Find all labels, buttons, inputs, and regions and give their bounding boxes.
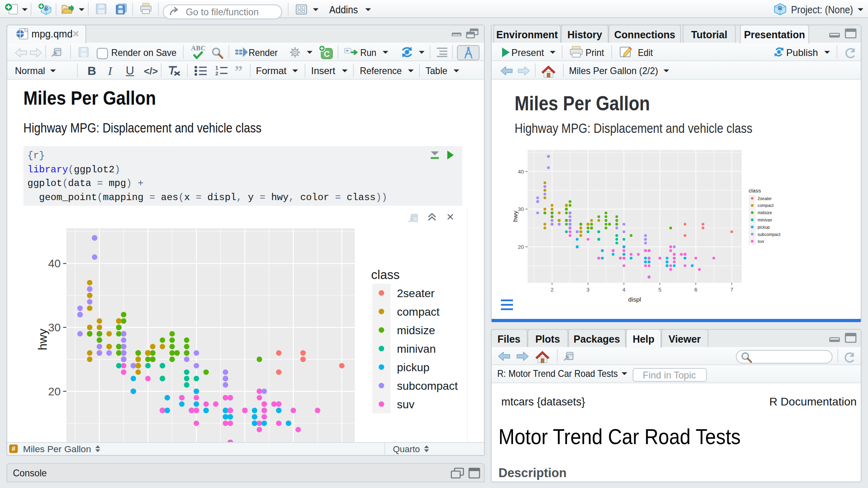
svg-text:40: 40 [48,257,60,270]
svg-text:ABC: ABC [191,45,206,52]
svg-text:30: 30 [48,321,60,334]
svg-text:displ: displ [628,296,641,303]
svg-text:5: 5 [658,287,662,293]
svg-text:hwy: hwy [36,329,49,350]
svg-text:compact: compact [758,203,774,208]
svg-text:pickup: pickup [758,225,770,230]
svg-text:suv: suv [397,398,415,411]
svg-text:20: 20 [48,385,60,398]
svg-text:2seater: 2seater [758,196,772,201]
svg-text:6: 6 [694,287,698,293]
svg-text:subcompact: subcompact [397,380,458,392]
svg-text:2seater: 2seater [397,287,434,300]
svg-text:class: class [371,268,400,282]
svg-text:hwy: hwy [512,211,519,222]
svg-text:subcompact: subcompact [758,232,781,237]
svg-text:7: 7 [730,287,733,293]
svg-text:2: 2 [216,71,218,76]
svg-text:class: class [749,188,761,194]
svg-text:compact: compact [397,306,440,318]
svg-text:20: 20 [518,244,524,250]
svg-text:R: R [44,6,48,12]
svg-text:2: 2 [550,287,554,293]
svg-text:midsize: midsize [758,210,772,215]
svg-text:40: 40 [518,169,524,175]
svg-text:4: 4 [623,287,626,293]
svg-text:minivan: minivan [397,343,436,355]
svg-text:suv: suv [758,239,764,244]
svg-text:R: R [778,5,783,11]
svg-text:minivan: minivan [758,217,772,222]
svg-text:30: 30 [518,206,524,212]
svg-text:midsize: midsize [397,324,435,337]
svg-text:1: 1 [216,65,218,71]
svg-text:3: 3 [586,287,590,293]
svg-text:pickup: pickup [397,361,430,374]
svg-text:C: C [324,50,330,58]
